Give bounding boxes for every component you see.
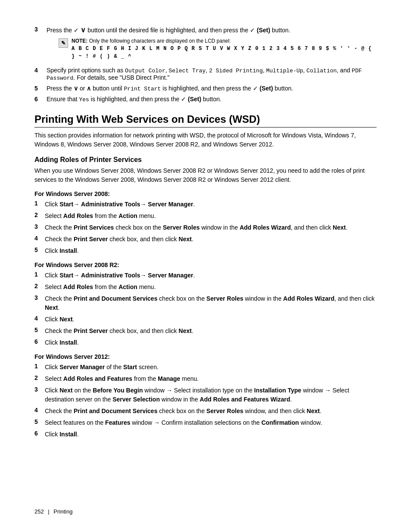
- footer-separator: |: [48, 508, 49, 515]
- section-intro: This section provides information for ne…: [34, 131, 377, 149]
- footer-page-num: 252: [34, 508, 44, 515]
- note-line1: Only the following characters are displa…: [89, 38, 231, 44]
- top-steps: 3 Press the ✓ ∨ button until the desired…: [34, 26, 377, 103]
- footer-label: Printing: [53, 508, 72, 515]
- code-collation: Collation: [306, 68, 336, 74]
- subsubsection-title-2008: For Windows Server 2008:: [34, 190, 377, 197]
- step-2008-2: 2Select Add Roles from the Action menu.: [34, 212, 377, 221]
- checkmark-icon-5: ✓: [253, 85, 258, 92]
- note-chars: A B C D E F G H I J K L M N O P Q R S T …: [72, 46, 372, 59]
- steps-2012: 1Click Server Manager of the Start scree…: [34, 363, 377, 439]
- step-6-num: 6: [34, 96, 43, 103]
- checkmark-icon: ✓: [250, 27, 255, 34]
- step-2008-3: 3Check the Print Services check box on t…: [34, 223, 377, 232]
- step-4-num: 4: [34, 67, 43, 74]
- checkmark-icon-6: ✓: [181, 96, 186, 103]
- code-output-color: Output Color: [125, 68, 165, 74]
- step-6: 6 Ensure that Yes is highlighted, and th…: [34, 96, 377, 103]
- step-3-num: 3: [34, 26, 43, 33]
- step-2008-4: 4Check the Print Server check box, and t…: [34, 235, 377, 244]
- step-4: 4 Specify print options such as Output C…: [34, 67, 377, 81]
- step-6-content: Ensure that Yes is highlighted, and then…: [47, 96, 377, 103]
- step-2012-3: 3Click Next on the Before You Begin wind…: [34, 386, 377, 404]
- step-5: 5 Press the ∨ or ∧ button until Print St…: [34, 85, 377, 92]
- steps-2008r2: 1Click Start→ Administrative Tools→ Serv…: [34, 271, 377, 347]
- steps-2008: 1Click Start→ Administrative Tools→ Serv…: [34, 200, 377, 255]
- step-2008r2-6: 6Click Install.: [34, 338, 377, 347]
- step-2008r2-3: 3Check the Print and Document Services c…: [34, 294, 377, 312]
- step-2008-5: 5Click Install.: [34, 246, 377, 255]
- section-title: Printing With Web Services on Devices (W…: [34, 113, 377, 128]
- step-2012-2: 2Select Add Roles and Features from the …: [34, 374, 377, 383]
- subsection-title-adding-roles: Adding Roles of Printer Services: [34, 156, 377, 164]
- note-label: NOTE:: [72, 38, 87, 44]
- note-box: ✎ NOTE: Only the following characters ar…: [59, 37, 377, 60]
- step-2008r2-2: 2Select Add Roles from the Action menu.: [34, 283, 377, 292]
- down-arrow-icon: ∨: [79, 26, 86, 34]
- code-print-start: Print Start: [124, 86, 161, 92]
- step-4-content: Specify print options such as Output Col…: [47, 67, 377, 81]
- step-2012-6: 6Click Install.: [34, 430, 377, 439]
- step-2012-4: 4Check the Print and Document Services c…: [34, 407, 377, 416]
- code-multipleup: Multiple-Up: [266, 68, 303, 74]
- code-select-tray: Select Tray: [169, 68, 206, 74]
- step-2008r2-1: 1Click Start→ Administrative Tools→ Serv…: [34, 271, 377, 280]
- subsubsection-title-2008r2: For Windows Server 2008 R2:: [34, 261, 377, 268]
- step-5-num: 5: [34, 85, 43, 92]
- footer: 252 | Printing: [34, 508, 72, 515]
- step-2012-5: 5Select features on the Features window …: [34, 418, 377, 427]
- step-2008r2-4: 4Click Next.: [34, 315, 377, 324]
- subsection-intro: When you use Windows Server 2008, Window…: [34, 166, 377, 184]
- step-3: 3 Press the ✓ ∨ button until the desired…: [34, 26, 377, 63]
- down-chevron-icon: ∨: [74, 85, 78, 92]
- chevron-down-icon: ✓: [74, 27, 79, 34]
- note-icon: ✎: [59, 38, 68, 48]
- note-text: NOTE: Only the following characters are …: [72, 37, 377, 60]
- step-5-content: Press the ∨ or ∧ button until Print Star…: [47, 85, 377, 92]
- subsubsection-title-2012: For Windows Server 2012:: [34, 353, 377, 360]
- step-2008-1: 1Click Start→ Administrative Tools→ Serv…: [34, 200, 377, 209]
- step-2008r2-5: 5Check the Print Server check box, and t…: [34, 327, 377, 336]
- step-2012-1: 1Click Server Manager of the Start scree…: [34, 363, 377, 372]
- code-2sided: 2 Sided Printing: [209, 68, 263, 74]
- code-yes: Yes: [79, 96, 89, 103]
- step-3-content: Press the ✓ ∨ button until the desired f…: [47, 26, 377, 63]
- up-chevron-icon: ∧: [87, 85, 91, 92]
